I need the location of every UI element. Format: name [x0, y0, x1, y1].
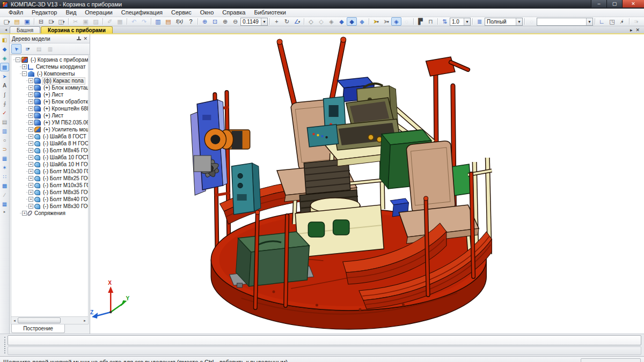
viewport-3d-model[interactable]: X Y Z: [90, 34, 644, 334]
spatial-curves-tools-button[interactable]: ◆: [0, 45, 9, 53]
teal-cabinet[interactable]: [232, 163, 261, 215]
text-tools-button[interactable]: A: [0, 81, 9, 90]
orientation-button[interactable]: ∠▾: [292, 17, 302, 26]
detail-level-button[interactable]: ≣: [474, 17, 485, 26]
tree-tab-construction[interactable]: Построение: [11, 324, 65, 333]
configuration-combo[interactable]: ▼: [537, 18, 593, 26]
hide-objects-button[interactable]: ➤▾: [371, 17, 381, 26]
document-check-button[interactable]: ◌: [401, 17, 412, 26]
menu-item[interactable]: Редактор: [27, 9, 61, 17]
close-button[interactable]: ✕: [622, 0, 644, 8]
tree-expander[interactable]: +: [28, 148, 33, 153]
tree-item[interactable]: −(-) Корзина с приборами (Тел-0, С: [11, 56, 88, 63]
tree-item[interactable]: +(-) Болт М8х40 ГОСТ 7805-: [11, 196, 88, 203]
csys-display-button[interactable]: ∟: [597, 17, 607, 26]
tree-expander[interactable]: +: [28, 92, 33, 97]
surfaces-tools-button[interactable]: ◈: [0, 54, 9, 62]
menu-item[interactable]: Спецификация: [117, 9, 167, 17]
library-manager-button[interactable]: ▤: [163, 17, 173, 26]
redo-button[interactable]: ↷: [139, 17, 149, 26]
spline-mode-button[interactable]: ≈: [641, 17, 644, 26]
tree-item[interactable]: +(-) Болт М8х25 ГОСТ 7805-: [11, 175, 88, 182]
mass-properties-button[interactable]: ⊓: [426, 17, 436, 26]
tree-item[interactable]: +(-) Болт М8х45 ГОСТ 7805-: [11, 147, 88, 154]
zoom-out-button[interactable]: ⊖: [230, 17, 240, 26]
menu-item[interactable]: Сервис: [167, 9, 196, 17]
tree-item[interactable]: +(-) Шайба 10 Н ГОСТ 6402-: [11, 161, 88, 168]
tree-item[interactable]: +(-) Болт М8х35 ГОСТ 7805-: [11, 189, 88, 196]
tree-expander[interactable]: +: [28, 120, 33, 125]
tree-expander[interactable]: +: [28, 78, 33, 83]
copy-button[interactable]: ▣: [80, 17, 91, 26]
document-tab[interactable]: Башня: [10, 26, 40, 33]
filters-tools-button[interactable]: ∫: [0, 90, 9, 99]
tree-item[interactable]: −(-) Компоненты: [11, 70, 88, 77]
dots-tools-button[interactable]: ∷: [0, 172, 9, 181]
tree-expander[interactable]: +: [28, 169, 33, 174]
tree-view-button[interactable]: ≡▾: [23, 44, 33, 54]
zoom-selected-button[interactable]: ⊡: [210, 17, 220, 26]
tree-expander[interactable]: −: [22, 71, 27, 76]
tree-expander[interactable]: +: [28, 204, 33, 209]
save-button[interactable]: ▣: [22, 17, 32, 26]
tree-composition-button[interactable]: ▥: [45, 44, 55, 54]
tree-expander[interactable]: +: [28, 113, 33, 118]
tree-item[interactable]: +(+) Усилитель мощьности: [11, 126, 88, 133]
tree-item[interactable]: +(-) Болт М10х30 ГОСТ 7805: [11, 168, 88, 175]
hidden-lines-thin-button[interactable]: ◈: [326, 17, 336, 26]
fx-button[interactable]: f(x): [173, 17, 186, 26]
copy-style-button[interactable]: ✐: [105, 17, 115, 26]
tree-horizontal-scrollbar[interactable]: ◂ ▸: [11, 317, 89, 324]
dropdown-arrow-icon[interactable]: ▼: [516, 18, 522, 25]
detail-level-combo[interactable]: Полный▼: [485, 18, 523, 26]
tab-scroll-left-icon[interactable]: ◂: [2, 26, 10, 33]
tree-expander[interactable]: +: [28, 183, 33, 188]
tree-item[interactable]: +(+) Кронштейн 688-41-с63: [11, 105, 88, 112]
edit-part-tools-button[interactable]: ◧: [0, 35, 9, 44]
menu-item[interactable]: Вид: [61, 9, 80, 17]
zoom-in-button[interactable]: ⊕: [220, 17, 230, 26]
menu-item[interactable]: Справка: [218, 9, 250, 17]
property-bar-grip[interactable]: [2, 337, 5, 353]
rotate-button[interactable]: ↻: [282, 17, 292, 26]
tab-scroll-right-icon[interactable]: ▸: [630, 27, 633, 33]
sketch-grid-button[interactable]: ⌗▾: [631, 17, 641, 26]
selection-filter-button[interactable]: ➤▾: [381, 17, 391, 26]
menu-item[interactable]: Библиотеки: [250, 9, 290, 17]
tree-relations-button[interactable]: ▤: [34, 44, 44, 54]
elements-tools-button[interactable]: ○: [0, 136, 9, 144]
send-button[interactable]: ◫▾: [56, 17, 67, 26]
measure-button[interactable]: ▛: [415, 17, 426, 26]
tree-expander[interactable]: +: [28, 106, 33, 111]
tree-item[interactable]: +(-) Шайба 10 ГОСТ 10450-7: [11, 154, 88, 161]
grid-tools-c-button[interactable]: ▦: [0, 200, 9, 208]
tree-expander[interactable]: +: [28, 134, 33, 139]
cut-button[interactable]: ✂: [70, 17, 80, 26]
hide-all-button[interactable]: ∕▾: [617, 17, 627, 26]
sheet-metal-tools-button[interactable]: ▤: [0, 117, 9, 126]
maximize-button[interactable]: ▢: [606, 0, 622, 8]
tree-expander[interactable]: +: [28, 162, 33, 167]
apply-tools-button[interactable]: ⊃: [0, 145, 9, 153]
undo-button[interactable]: ↶: [129, 17, 139, 26]
open-document-button[interactable]: ▤: [12, 17, 22, 26]
tree-item[interactable]: +(-) Шайба 8 ГОСТ 10450-78: [11, 133, 88, 140]
power-unit-box[interactable]: [230, 232, 314, 287]
zoom-in-frame-button[interactable]: ⊕: [200, 17, 210, 26]
tree-expander[interactable]: +: [28, 141, 33, 146]
tree-expander[interactable]: +: [28, 197, 33, 202]
viewport-3d[interactable]: X Y Z: [90, 34, 644, 334]
context-help-button[interactable]: ?: [186, 17, 196, 26]
tree-expander[interactable]: +: [28, 176, 33, 181]
minimize-button[interactable]: –: [591, 0, 606, 8]
collision-check-button[interactable]: ◈: [391, 17, 401, 26]
reports-tools-button[interactable]: ▥: [0, 127, 9, 135]
check-tools-button[interactable]: ✓: [0, 108, 9, 117]
tree-expander[interactable]: +: [22, 211, 27, 216]
wireframe-button[interactable]: ◇: [306, 17, 316, 26]
tree-item[interactable]: +(+) Лист: [11, 91, 88, 98]
menu-item[interactable]: Операции: [80, 9, 116, 17]
auxiliary-geometry-tools-button[interactable]: ➤: [0, 72, 9, 80]
dropdown-arrow-icon[interactable]: ▼: [261, 18, 267, 25]
tree-item[interactable]: +Сопряжения: [11, 210, 88, 217]
